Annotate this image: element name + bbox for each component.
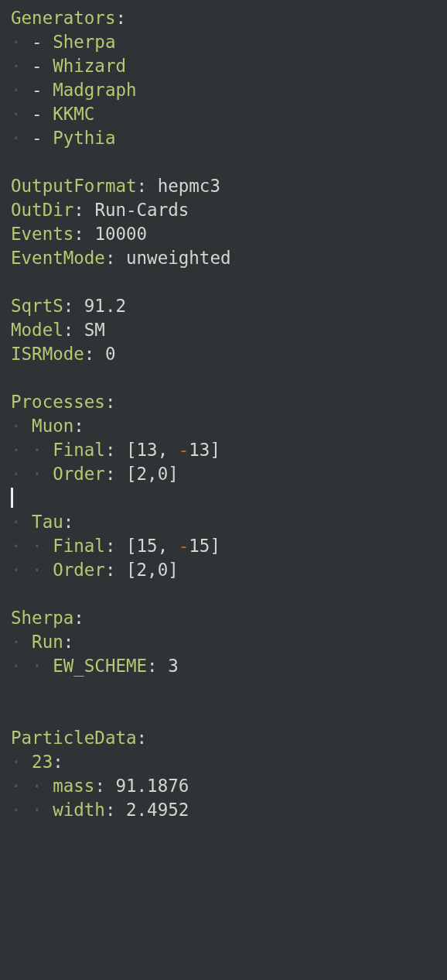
key-width: width (53, 800, 105, 820)
key-ewscheme: EW_SCHEME (53, 656, 147, 676)
key-sqrts: SqrtS (11, 296, 63, 316)
val-sqrts: 91.2 (84, 296, 126, 316)
text-cursor (11, 488, 13, 508)
key-model: Model (11, 320, 63, 340)
key-generators: Generators (11, 8, 115, 28)
gen-item: Pythia (53, 128, 115, 148)
key-processes: Processes (11, 392, 105, 412)
yaml-code-view[interactable]: Generators: · - Sherpa · - Whizard · - M… (0, 0, 447, 822)
key-events: Events (11, 224, 73, 244)
key-23: 23 (32, 752, 53, 772)
key-muon: Muon (32, 416, 73, 436)
val-outputformat: hepmc3 (158, 176, 220, 196)
tau-final-0: 15 (137, 536, 158, 556)
key-final: Final (53, 536, 105, 556)
val-width: 2.4952 (126, 800, 189, 820)
key-eventmode: EventMode (11, 248, 105, 268)
muon-final-0: 13 (137, 440, 158, 460)
gen-item: KKMC (53, 104, 94, 124)
val-isrmode: 0 (105, 344, 116, 364)
val-ewscheme: 3 (168, 656, 179, 676)
val-eventmode: unweighted (126, 248, 230, 268)
gen-item: Madgraph (53, 80, 136, 100)
key-order: Order (53, 560, 105, 580)
val-events: 10000 (94, 224, 147, 244)
gen-item: Whizard (53, 56, 126, 76)
val-outdir: Run-Cards (94, 200, 189, 220)
key-particledata: ParticleData (11, 728, 137, 748)
key-isrmode: ISRMode (11, 344, 84, 364)
val-model: SM (84, 320, 105, 340)
gen-item: Sherpa (53, 32, 115, 52)
val-mass: 91.1876 (115, 776, 189, 796)
key-order: Order (53, 464, 105, 484)
key-tau: Tau (32, 512, 63, 532)
key-final: Final (53, 440, 105, 460)
key-sherpa: Sherpa (11, 608, 73, 628)
key-mass: mass (53, 776, 94, 796)
key-outputformat: OutputFormat (11, 176, 137, 196)
key-outdir: OutDir (11, 200, 73, 220)
key-run: Run (32, 632, 63, 652)
